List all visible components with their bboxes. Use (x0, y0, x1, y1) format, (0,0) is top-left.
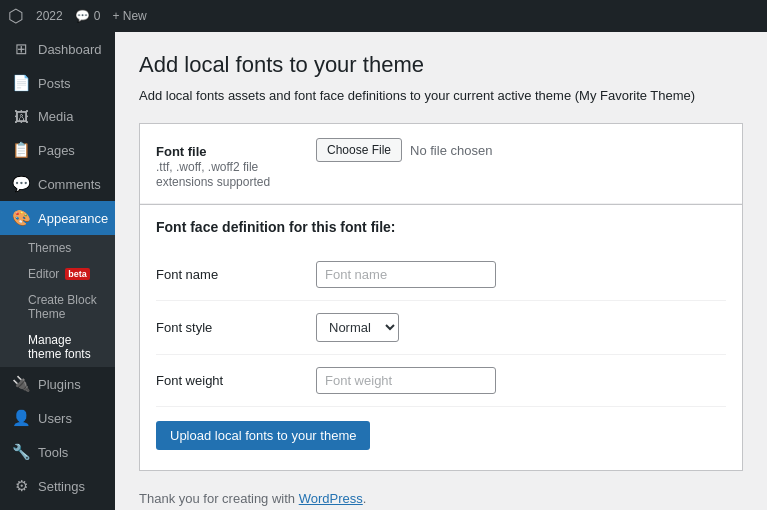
font-file-row: Font file .ttf, .woff, .woff2 file exten… (140, 124, 742, 204)
sidebar-item-pages[interactable]: 📋 Pages (0, 133, 115, 167)
new-content-button[interactable]: + New (112, 9, 146, 23)
font-file-hint: .ttf, .woff, .woff2 file extensions supp… (156, 160, 270, 189)
pages-icon: 📋 (12, 141, 30, 159)
posts-icon: 📄 (12, 74, 30, 92)
site-name[interactable]: 2022 (36, 9, 63, 23)
font-name-row: Font name (156, 249, 726, 301)
sidebar-item-users[interactable]: 👤 Users (0, 401, 115, 435)
plugins-icon: 🔌 (12, 375, 30, 393)
sidebar-item-appearance[interactable]: 🎨 Appearance (0, 201, 115, 235)
sidebar-item-manage-theme-fonts[interactable]: Manage theme fonts (0, 327, 115, 367)
sidebar-item-comments[interactable]: 💬 Comments (0, 167, 115, 201)
font-file-input-area: Choose File No file chosen (316, 138, 726, 162)
beta-badge: beta (65, 268, 90, 280)
font-name-input[interactable] (316, 261, 496, 288)
page-title: Add local fonts to your theme (139, 52, 743, 78)
media-icon: 🖼 (12, 108, 30, 125)
choose-file-button[interactable]: Choose File (316, 138, 402, 162)
file-input-group: Choose File No file chosen (316, 138, 492, 162)
font-weight-label: Font weight (156, 373, 316, 388)
main-content: Add local fonts to your theme Add local … (115, 32, 767, 510)
font-face-definition-section: Font face definition for this font file:… (140, 205, 742, 470)
font-weight-input[interactable] (316, 367, 496, 394)
font-name-label: Font name (156, 267, 316, 282)
sidebar-item-themes[interactable]: Themes (0, 235, 115, 261)
sidebar: ⊞ Dashboard 📄 Posts 🖼 Media 📋 Pages 💬 Co… (0, 32, 115, 510)
wp-logo-icon[interactable]: ⬡ (8, 5, 24, 27)
sidebar-item-settings[interactable]: ⚙ Settings (0, 469, 115, 503)
topbar: ⬡ 2022 💬 0 + New (0, 0, 767, 32)
sidebar-item-tools[interactable]: 🔧 Tools (0, 435, 115, 469)
font-style-select[interactable]: Normal Italic Oblique (316, 313, 399, 342)
font-style-label: Font style (156, 320, 316, 335)
font-file-label: Font file .ttf, .woff, .woff2 file exten… (156, 138, 316, 189)
submit-row: Upload local fonts to your theme (156, 407, 726, 464)
settings-icon: ⚙ (12, 477, 30, 495)
no-file-chosen-text: No file chosen (410, 143, 492, 158)
font-face-header: Font face definition for this font file: (156, 219, 726, 235)
appearance-submenu: Themes Editor beta Create Block Theme Ma… (0, 235, 115, 367)
wordpress-link[interactable]: WordPress (299, 491, 363, 506)
font-weight-row: Font weight (156, 355, 726, 407)
upload-fonts-button[interactable]: Upload local fonts to your theme (156, 421, 370, 450)
dashboard-icon: ⊞ (12, 40, 30, 58)
sidebar-item-dashboard[interactable]: ⊞ Dashboard (0, 32, 115, 66)
font-style-row: Font style Normal Italic Oblique (156, 301, 726, 355)
appearance-icon: 🎨 (12, 209, 30, 227)
footer-note: Thank you for creating with WordPress. (139, 491, 743, 506)
sidebar-item-create-block-theme[interactable]: Create Block Theme (0, 287, 115, 327)
sidebar-item-plugins[interactable]: 🔌 Plugins (0, 367, 115, 401)
comments-icon[interactable]: 💬 0 (75, 9, 101, 23)
tools-icon: 🔧 (12, 443, 30, 461)
sidebar-item-posts[interactable]: 📄 Posts (0, 66, 115, 100)
users-icon: 👤 (12, 409, 30, 427)
sidebar-item-media[interactable]: 🖼 Media (0, 100, 115, 133)
sidebar-item-editor[interactable]: Editor beta (0, 261, 115, 287)
comments-nav-icon: 💬 (12, 175, 30, 193)
page-description: Add local fonts assets and font face def… (139, 88, 743, 103)
